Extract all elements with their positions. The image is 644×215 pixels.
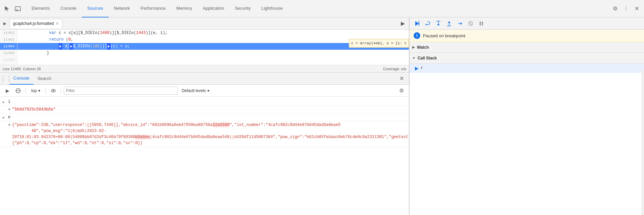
svg-rect-21 xyxy=(480,22,481,26)
console-execute-icon[interactable]: ▶ xyxy=(3,86,12,95)
step-marker2: ▶ xyxy=(107,43,111,50)
console-json-value: {"passtime":338,"userresponse":[[5050,74… xyxy=(12,122,409,146)
callstack-label: Call Stack xyxy=(418,56,437,60)
line-num-11462: 11462 xyxy=(0,30,17,36)
paused-text: Paused on breakpoint xyxy=(423,33,465,38)
status-bar: Line 11465, Column 26 Coverage: n/a xyxy=(0,65,409,72)
console-tab-bar: ⋮⋮ Console Search ✕ xyxy=(0,73,409,85)
pause-exceptions-button[interactable] xyxy=(477,19,486,28)
console-entry-string[interactable]: ◀ "5b6d7925c5843b8a" xyxy=(0,106,409,114)
callstack-item-icon-r: ▶ xyxy=(415,66,419,71)
console-panel: ⋮⋮ Console Search ✕ ▶ xyxy=(0,72,409,166)
callstack-section-header[interactable]: ▼ Call Stack xyxy=(410,53,644,63)
toolbar-separator-2 xyxy=(46,88,46,93)
code-line-11462: var c = s[a][$_DIEIo( 1488 )][$_DIEIo( 1… xyxy=(17,30,409,36)
console-tab-search[interactable]: Search xyxy=(34,73,55,85)
watch-chevron-icon: ▶ xyxy=(412,45,415,49)
console-tab-console[interactable]: Console xyxy=(9,73,34,85)
svg-rect-7 xyxy=(419,21,419,26)
file-tab-bar: ▶ gcaptcha4.js:formatted × ▶ xyxy=(0,17,409,30)
svg-point-5 xyxy=(53,90,54,91)
svg-rect-1 xyxy=(16,9,18,10)
more-icon[interactable]: ⋮ xyxy=(621,4,631,13)
console-eye-icon[interactable] xyxy=(49,86,58,95)
step-marker: ▶ xyxy=(69,43,73,50)
callstack-chevron-icon: ▼ xyxy=(412,56,416,60)
context-selector[interactable]: top ▾ xyxy=(29,88,43,94)
console-no-entry-icon[interactable] xyxy=(13,86,23,95)
tab-lighthouse[interactable]: Lighthouse xyxy=(256,0,288,17)
svg-marker-6 xyxy=(415,21,419,26)
step-over-button[interactable] xyxy=(423,19,432,28)
tab-elements[interactable]: Elements xyxy=(26,0,55,17)
resume-button[interactable] xyxy=(412,19,422,28)
console-gear-icon[interactable]: ⚙ xyxy=(397,86,406,95)
svg-rect-22 xyxy=(482,22,483,26)
top-bar-actions: ⚙ ⋮ ✕ xyxy=(610,4,641,13)
step-into-button[interactable] xyxy=(434,19,443,28)
tab-memory[interactable]: Memory xyxy=(171,0,198,17)
tab-console[interactable]: Console xyxy=(55,0,82,17)
file-tab-expand-icon[interactable]: ▶ xyxy=(1,20,8,27)
line-num-11463: 11463 xyxy=(0,36,17,43)
tab-performance[interactable]: Performance xyxy=(135,0,171,17)
toolbar-separator xyxy=(25,88,26,93)
svg-line-20 xyxy=(469,22,472,25)
breakpoint-marker: ▶ xyxy=(59,43,62,50)
console-entry-i[interactable]: i xyxy=(0,98,409,106)
hover-tooltip: c = Array(448), s = {1: t xyxy=(349,39,409,48)
console-toolbar: ▶ top ▾ xyxy=(0,85,409,97)
svg-marker-10 xyxy=(426,24,427,26)
stream-sources-icon[interactable]: ▶ xyxy=(398,19,408,28)
main-layout: ▶ gcaptcha4.js:formatted × ▶ 11462 11463… xyxy=(0,17,644,215)
line-num-11465: 11465 xyxy=(0,50,17,56)
console-output[interactable]: i ◀ "5b6d7925c5843b8a" e ◀ {"passtime":3… xyxy=(0,97,409,166)
paused-info-icon: i xyxy=(414,32,420,39)
svg-marker-15 xyxy=(448,21,450,23)
console-drag-handle[interactable]: ⋮⋮ xyxy=(3,75,9,82)
console-close-icon[interactable]: ✕ xyxy=(397,74,406,83)
line-num-11466: 11466 xyxy=(0,56,17,63)
console-entry-i-text: i xyxy=(8,99,10,105)
tab-network[interactable]: Network xyxy=(109,0,136,17)
paused-banner: i Paused on breakpoint xyxy=(410,30,644,42)
panel-icon[interactable] xyxy=(13,4,22,13)
cursor-icon[interactable] xyxy=(3,4,11,13)
tab-security[interactable]: Security xyxy=(229,0,256,17)
callstack-item-r[interactable]: ▶ r xyxy=(410,63,644,73)
code-lines: var c = s[a][$_DIEIo( 1488 )][$_DIEIo( 1… xyxy=(17,30,409,65)
console-string-value: "5b6d7925c5843b8a" xyxy=(12,106,56,113)
console-entry-e[interactable]: e xyxy=(0,114,409,121)
close-devtools-icon[interactable]: ✕ xyxy=(632,4,641,13)
watch-section-header[interactable]: ▶ Watch xyxy=(410,42,644,53)
step-out-button[interactable] xyxy=(444,19,454,28)
code-scroll[interactable]: 11462 11463 11464 11465 11466 var c = s[… xyxy=(0,30,409,65)
collapse-icon-2: ◀ xyxy=(8,122,10,128)
tab-sources[interactable]: Sources xyxy=(82,0,109,17)
filter-input[interactable] xyxy=(64,87,178,95)
top-tab-bar: Elements Console Sources Network Perform… xyxy=(0,0,644,17)
default-levels-dropdown[interactable]: Default levels ▾ xyxy=(179,88,212,94)
code-area: 11462 11463 11464 11465 11466 var c = s[… xyxy=(0,30,409,65)
file-tab-gcaptcha[interactable]: gcaptcha4.js:formatted × xyxy=(9,19,62,28)
gear-icon[interactable]: ⚙ xyxy=(610,4,620,13)
console-entry-json[interactable]: ◀ {"passtime":338,"userresponse":[[5050,… xyxy=(0,121,409,147)
right-panel: i Paused on breakpoint ▶ Watch ▼ Call St… xyxy=(409,17,644,215)
file-tab-label: gcaptcha4.js:formatted xyxy=(13,21,54,26)
line-num-11464: 11464 xyxy=(0,43,17,50)
svg-marker-18 xyxy=(461,22,462,25)
callstack-item-name-r: r xyxy=(421,66,423,71)
status-coverage: Coverage: n/a xyxy=(383,67,406,71)
file-tab-close-icon[interactable]: × xyxy=(56,21,58,26)
console-entry-e-text: e xyxy=(8,114,10,120)
deactivate-breakpoints-button[interactable] xyxy=(466,19,475,28)
tab-application[interactable]: Application xyxy=(198,0,230,17)
status-position: Line 11465, Column 26 xyxy=(3,67,41,71)
devtools-icons xyxy=(3,4,22,13)
left-panel: ▶ gcaptcha4.js:formatted × ▶ 11462 11463… xyxy=(0,17,409,215)
right-panel-scrollbar xyxy=(641,71,644,215)
code-line-11465: } xyxy=(17,50,409,56)
step-button[interactable] xyxy=(455,19,465,28)
debugger-toolbar xyxy=(410,17,644,30)
watch-label: Watch xyxy=(417,45,429,50)
